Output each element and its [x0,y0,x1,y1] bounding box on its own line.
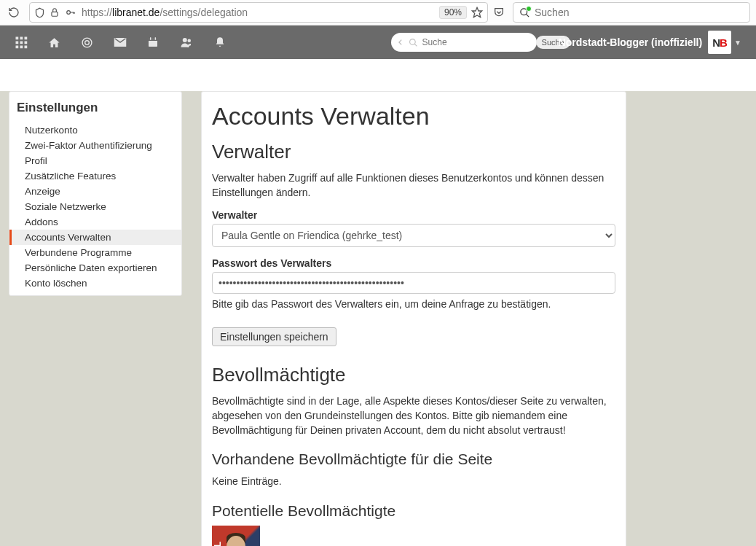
sidebar-item-loeschen[interactable]: Konto löschen [9,276,181,291]
svg-point-15 [85,40,90,44]
shield-icon [34,7,45,18]
bell-icon[interactable] [214,36,226,49]
search-engine-icon [519,7,530,18]
avatar-asyl-text: ASYL [213,541,223,546]
potential-delegate-avatar[interactable]: ASYL [212,526,260,546]
svg-rect-10 [25,42,28,44]
chevron-left-icon[interactable] [397,38,404,47]
passwort-help: Bitte gib das Passwort des Verwalters ei… [212,298,615,310]
main-content: Accounts Verwalten Verwalter Verwalter h… [201,91,626,546]
svg-point-1 [67,11,71,15]
sidebar-title: Einstellungen [9,92,181,122]
zoom-badge[interactable]: 90% [439,6,467,19]
svg-point-21 [188,39,192,43]
vorhandene-heading: Vorhandene Bevollmächtigte für die Seite [212,451,615,468]
search-icon [409,38,418,47]
verwalter-heading: Verwalter [212,141,615,163]
svg-rect-11 [16,46,19,49]
user-menu-caret[interactable]: ▼ [734,39,741,47]
bookmark-star-icon[interactable] [471,7,483,18]
svg-rect-12 [20,46,23,49]
url-text: https://libranet.de/settings/delegation [82,7,435,18]
svg-rect-13 [25,46,28,49]
sidebar-item-soziale[interactable]: Soziale Netzwerke [9,199,181,214]
app-topnav: Suche Nordstadt-Blogger (inoffiziell) NB… [0,26,756,59]
users-icon[interactable] [179,36,194,49]
sidebar-item-profil[interactable]: Profil [9,153,181,168]
save-button[interactable]: Einstellungen speichern [212,327,336,346]
page-title: Accounts Verwalten [212,102,615,130]
svg-marker-2 [472,7,481,17]
sidebar-item-anzeige[interactable]: Anzeige [9,184,181,199]
sidebar-list: Nutzerkonto Zwei-Faktor Authentifizierun… [9,122,181,291]
sidebar-item-verbundene[interactable]: Verbundene Programme [9,245,181,260]
reload-icon[interactable] [6,4,22,20]
svg-point-14 [82,38,92,47]
key-icon [64,7,77,17]
svg-point-22 [409,39,415,44]
user-avatar[interactable]: NB [708,31,731,54]
sidebar-item-nutzerkonto[interactable]: Nutzerkonto [9,122,181,138]
verwalter-label: Verwalter [212,209,615,221]
svg-point-20 [183,38,187,42]
mail-icon[interactable] [114,36,127,49]
svg-line-4 [526,14,529,17]
passwort-input[interactable] [212,272,615,294]
calendar-icon[interactable] [147,36,159,48]
svg-rect-9 [20,42,23,44]
browser-search-box[interactable] [513,2,750,23]
verwalter-select[interactable]: Paula Gentle on Friendica (gehrke_test) [212,224,615,247]
verwalter-description: Verwalter haben Zugriff auf alle Funktio… [212,171,615,200]
url-bar[interactable]: https://libranet.de/settings/delegation … [29,2,488,23]
svg-rect-8 [16,42,19,44]
svg-line-23 [414,44,417,46]
bevollmaechtigte-description: Bevollmächtigte sind in der Lage, alle A… [212,394,615,438]
user-name[interactable]: Nordstadt-Blogger (inoffiziell) [559,36,703,48]
header-strip [0,59,756,91]
lock-icon [50,7,60,17]
sidebar-item-features[interactable]: Zusätzliche Features [9,168,181,184]
app-search-input[interactable] [422,37,532,47]
browser-search-input[interactable] [535,7,744,18]
svg-rect-17 [149,39,157,41]
svg-rect-6 [20,37,23,40]
vorhandene-empty: Keine Einträge. [212,474,615,488]
sidebar-item-accounts-verwalten[interactable]: Accounts Verwalten [9,230,181,245]
browser-toolbar: https://libranet.de/settings/delegation … [0,0,756,26]
svg-rect-5 [16,37,19,40]
sidebar-item-export[interactable]: Persönliche Daten exportieren [9,260,181,276]
apps-grid-icon[interactable] [15,36,28,49]
pocket-icon[interactable] [491,4,507,20]
sidebar-item-2fa[interactable]: Zwei-Faktor Authentifizierung [9,138,181,153]
app-search-box[interactable]: Suche [391,33,537,52]
potentielle-heading: Potentielle Bevollmächtigte [212,502,615,520]
svg-rect-0 [52,12,58,16]
bevollmaechtigte-heading: Bevollmächtigte [212,364,615,386]
target-icon[interactable] [81,36,93,49]
home-icon[interactable] [48,36,60,49]
passwort-label: Passwort des Verwalters [212,257,615,269]
sidebar-item-addons[interactable]: Addons [9,214,181,230]
svg-rect-7 [25,37,28,40]
settings-sidebar: Einstellungen Nutzerkonto Zwei-Faktor Au… [9,91,182,296]
